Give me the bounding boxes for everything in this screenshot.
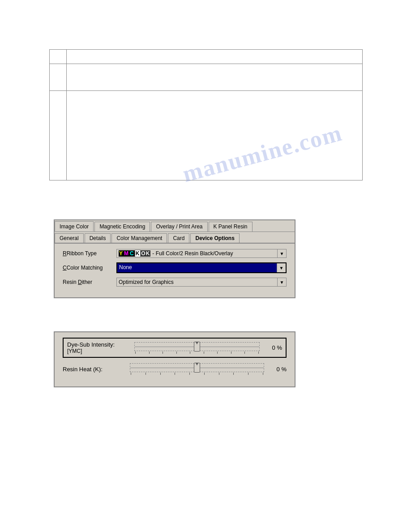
tab-details[interactable]: Details [85, 233, 111, 243]
tab-magnetic-encoding[interactable]: Magnetic Encoding [94, 222, 150, 232]
tick-3 [160, 373, 161, 375]
table-cell-narrow [50, 64, 67, 91]
resin-dither-row: Resin Dither Optimized for Graphics ▼ [63, 278, 287, 287]
tab-overlay-print-area[interactable]: Overlay / Print Area [151, 222, 207, 232]
ribbon-type-row: RRibbon Type YMCKOK - Full Color/2 Resin… [63, 249, 287, 258]
tick-10 [263, 373, 263, 375]
dye-sub-slider-thumb[interactable] [194, 342, 200, 352]
tick-2 [146, 373, 146, 375]
tick-3 [163, 352, 163, 354]
dye-sub-row: Dye-Sub Intensity: [YMC] 0 % [63, 338, 287, 358]
tick-8 [231, 352, 231, 354]
tick-6 [204, 352, 204, 354]
color-matching-value: None [117, 263, 277, 272]
tick-1 [131, 373, 131, 375]
tick-7 [219, 373, 219, 375]
resin-dither-label: Resin Dither [63, 279, 116, 285]
watermark: manumine.com [180, 120, 345, 188]
slider-panel: Dye-Sub Intensity: [YMC] 0 % [54, 331, 295, 387]
tab-k-panel-resin[interactable]: K Panel Resin [209, 222, 253, 232]
table-cell-narrow [50, 50, 67, 64]
color-matching-arrow-icon: ▼ [277, 263, 286, 272]
tab-color-management[interactable]: Color Management [111, 233, 167, 243]
resin-dither-arrow-icon: ▼ [277, 278, 286, 286]
tick-5 [189, 373, 190, 375]
resin-heat-row: Resin Heat (K): 0 % [63, 361, 287, 377]
dye-sub-tick-marks [134, 352, 260, 354]
ribbon-type-dropdown-container: YMCKOK - Full Color/2 Resin Black/Overla… [116, 249, 287, 258]
tab-row-2: General Details Color Management Card De… [55, 232, 295, 244]
color-matching-dropdown[interactable]: None ▼ [116, 262, 287, 273]
dialog-panel: Image Color Magnetic Encoding Overlay / … [54, 219, 295, 298]
ribbon-text-rest: - Full Color/2 Resin Black/Overlay [152, 250, 233, 257]
ribbon-m: M [124, 250, 129, 257]
tab-image-color[interactable]: Image Color [55, 221, 94, 232]
tick-5 [190, 352, 190, 354]
ribbon-colored-text: YMCKOK [119, 250, 150, 257]
dialog-body: RRibbon Type YMCKOK - Full Color/2 Resin… [55, 244, 295, 297]
ribbon-type-display[interactable]: YMCKOK - Full Color/2 Resin Black/Overla… [116, 249, 287, 258]
resin-heat-label: Resin Heat (K): [63, 366, 125, 373]
resin-dither-dropdown[interactable]: Optimized for Graphics ▼ [116, 278, 287, 287]
tick-9 [248, 373, 248, 375]
tick-7 [217, 352, 218, 354]
resin-dither-value: Optimized for Graphics [119, 279, 174, 285]
table-row [50, 50, 363, 64]
dye-sub-slider-track[interactable] [134, 342, 260, 351]
content-table: manumine.com [49, 49, 363, 180]
top-table-section: manumine.com [49, 49, 363, 180]
table-cell-wide: manumine.com [67, 91, 363, 180]
tick-6 [204, 373, 205, 375]
ribbon-type-label: RRibbon Type [63, 250, 116, 257]
color-matching-label: CColor Matching [63, 265, 116, 271]
resin-heat-slider-track[interactable] [130, 363, 264, 372]
dye-sub-slider-wrap [134, 342, 260, 354]
dye-sub-label: Dye-Sub Intensity: [YMC] [67, 341, 130, 354]
resin-heat-value: 0 % [269, 366, 287, 373]
ribbon-type-arrow-icon: ▼ [277, 249, 286, 257]
table-cell-wide [67, 50, 363, 64]
ribbon-c: C [129, 250, 135, 257]
table-cell-narrow [50, 91, 67, 180]
tick-10 [258, 352, 259, 354]
tick-4 [176, 352, 177, 354]
table-cell-wide [67, 64, 363, 91]
resin-heat-tick-marks [130, 373, 264, 375]
dye-sub-value: 0 % [264, 344, 282, 351]
table-row: manumine.com [50, 91, 363, 180]
tab-row-1: Image Color Magnetic Encoding Overlay / … [55, 220, 295, 232]
resin-heat-slider-wrap [130, 363, 264, 375]
tick-4 [175, 373, 175, 375]
tick-9 [244, 352, 245, 354]
ribbon-y: Y [119, 250, 124, 257]
tick-1 [135, 352, 136, 354]
table-row [50, 64, 363, 91]
tab-card[interactable]: Card [168, 233, 189, 243]
ribbon-ok: OK [141, 250, 150, 257]
tab-device-options[interactable]: Device Options [190, 233, 239, 243]
tick-8 [233, 373, 234, 375]
color-matching-row: CColor Matching None ▼ [63, 262, 287, 273]
resin-heat-slider-thumb[interactable] [194, 363, 200, 373]
tick-2 [149, 352, 150, 354]
resin-dither-dropdown-container: Optimized for Graphics ▼ [116, 278, 287, 287]
tab-general[interactable]: General [55, 233, 84, 243]
ribbon-k: K [135, 250, 141, 257]
